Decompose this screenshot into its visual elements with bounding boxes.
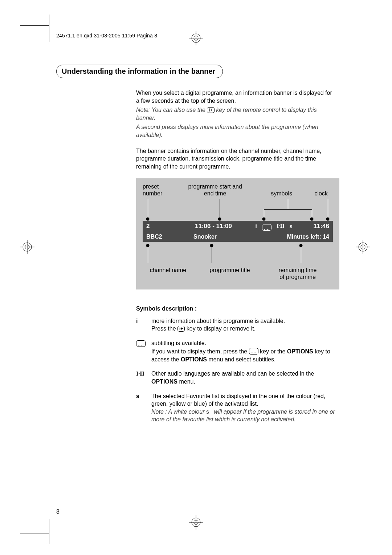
banner-time: 11:06 - 11:09 [179, 223, 248, 230]
trim-line [370, 16, 370, 56]
banner-remaining: Minutes left: 14 [266, 234, 333, 240]
section-title: Understanding the information in the ban… [56, 65, 223, 78]
banner-channel: BBC2 [143, 234, 193, 240]
text: Press the [151, 325, 177, 332]
svg-point-5 [194, 520, 198, 524]
registration-mark-icon [189, 515, 203, 530]
subtitle-icon [136, 340, 146, 347]
text-bold: OPTIONS [151, 378, 177, 385]
label-time: programme start and end time [187, 183, 243, 197]
registration-mark-icon [356, 240, 370, 254]
banner-figure: preset number programme start and end ti… [136, 178, 339, 289]
svg-point-0 [192, 34, 200, 42]
text: key or the [260, 348, 287, 355]
trim-line [49, 519, 49, 544]
trim-line [49, 15, 49, 42]
symbol-subtitle-label [136, 339, 151, 364]
label-programme-title: programme title [209, 267, 250, 273]
text: Other audio languages are available and … [151, 370, 314, 377]
text: The selected Favourite list is displayed… [151, 393, 325, 407]
label-remaining-2: of programme [279, 274, 316, 280]
note-text: Note : A white colour [151, 409, 206, 415]
intro-note-2: A second press displays more information… [136, 123, 336, 139]
text-bold: OPTIONS [181, 356, 207, 362]
text: menu and select subtitles. [208, 356, 275, 362]
intro-paragraph: When you select a digital programme, an … [136, 89, 336, 105]
symbols-heading: Symbols description : [136, 305, 339, 312]
registration-mark-icon [20, 240, 34, 254]
label-clock: clock [314, 190, 327, 197]
label-channel-name: channel name [150, 267, 187, 273]
i-plus-icon: i+ [207, 107, 214, 113]
page-number: 8 [56, 509, 60, 515]
banner-preset: 2 [143, 223, 179, 230]
svg-point-13 [361, 245, 365, 249]
text: subtitling is available. [151, 340, 206, 346]
trim-line [370, 504, 370, 544]
info-banner: 2 11:06 - 11:09 i I·II s 11:46 BBC2 Snoo… [143, 221, 333, 242]
text: more information about this programme is… [151, 318, 285, 324]
banner-sym-i: i [256, 223, 257, 230]
banner-sym-s: s [290, 223, 293, 230]
svg-point-1 [194, 36, 198, 40]
intro-note: Note: You can also use the i+ key of the… [136, 106, 336, 122]
note-text: Note: You can also use the [136, 107, 207, 113]
text-bold: OPTIONS [287, 348, 313, 355]
banner-sym-iii: I·II [277, 223, 284, 230]
connector-lines [143, 199, 333, 221]
connector-lines-bottom [143, 243, 333, 265]
subtitle-icon [249, 348, 258, 355]
symbol-audio-label: I·II [136, 370, 151, 385]
label-symbols: symbols [271, 190, 292, 197]
banner-clock: 11:46 [300, 223, 333, 230]
svg-point-4 [192, 518, 200, 527]
subtitle-icon [262, 224, 271, 231]
symbol-i-desc: more information about this programme is… [151, 317, 339, 333]
trim-line [20, 534, 49, 534]
horizontal-rule [56, 60, 336, 60]
text: If you want to display them, press the [151, 348, 249, 355]
s-glyph: s [206, 409, 209, 415]
text: key to display or remove it. [187, 325, 256, 332]
print-header: 24571.1 en.qxd 31-08-2005 11:59 Pagina 8 [56, 33, 157, 39]
svg-point-12 [359, 243, 367, 251]
i-plus-icon: i+ [177, 326, 185, 332]
symbol-subtitle-desc: subtitling is available. If you want to … [151, 339, 339, 364]
label-remaining-1: remaining time [279, 267, 317, 273]
banner-description: The banner contains information on the c… [136, 147, 336, 171]
registration-mark-icon [189, 31, 203, 45]
text: menu. [179, 378, 195, 385]
symbol-fav-desc: The selected Favourite list is displayed… [151, 392, 339, 424]
trim-line [20, 25, 49, 26]
svg-point-8 [23, 243, 32, 251]
symbol-audio-desc: Other audio languages are available and … [151, 370, 339, 385]
label-preset: preset number [143, 183, 173, 197]
symbol-fav-label: s [136, 392, 151, 424]
symbol-i-label: i [136, 317, 151, 333]
svg-point-9 [25, 245, 29, 249]
banner-title: Snooker [193, 234, 266, 240]
